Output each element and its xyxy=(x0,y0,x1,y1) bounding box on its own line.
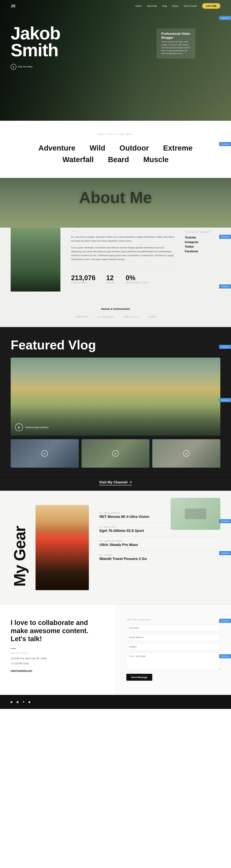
get-in-touch-label: GET IN TOUCH xyxy=(11,652,105,654)
stat-engagement: 0% ENGAGEMENT RATE xyxy=(126,274,149,284)
nav-link-contact[interactable]: Get In Touch xyxy=(184,5,197,7)
nav-links: Home About Me Vlog Gears Get In Touch Le… xyxy=(136,3,220,9)
follow-label: FOLLOW MY JOURNEY xyxy=(185,231,220,233)
contact-message-input[interactable] xyxy=(126,652,221,670)
stats-row: 213,076 SUBSCRIBERS 12 VIDEOS 0% ENGAGEM… xyxy=(71,269,174,284)
customize-button-gear-2[interactable]: Customize xyxy=(219,551,231,555)
send-message-button[interactable]: Send Message xyxy=(126,674,152,681)
about-title: About Me xyxy=(0,178,231,214)
footer-icon-facebook[interactable]: ◆ xyxy=(28,700,30,704)
thumb-play-icon-2 xyxy=(112,450,119,457)
nav-cta-button[interactable]: Let's Talk xyxy=(202,3,220,9)
visit-channel-section: Visit My Channel ↗ xyxy=(0,475,231,491)
nav-logo: JS xyxy=(11,4,16,8)
contact-name-input[interactable] xyxy=(126,624,221,631)
vlog-thumb-2[interactable] xyxy=(82,439,150,468)
gear-title: My Gear xyxy=(11,526,29,587)
play-circle-icon xyxy=(11,64,16,70)
customize-button-gear-1[interactable]: Customize xyxy=(219,519,231,523)
find-tag-wild: Wild xyxy=(82,143,112,154)
find-tag-extreme: Extreme xyxy=(156,143,200,154)
gear-item-2: 03. CAMERA GIMBAL Ultric Steady Pro Maxx xyxy=(99,536,220,551)
gear-item-3-num: 04. TRIPOD xyxy=(99,554,220,556)
hero-title: Jakob Smith xyxy=(11,25,220,59)
awards-title: Awards & Achievements xyxy=(11,308,220,310)
customize-button-contact-2[interactable]: Customize xyxy=(219,654,231,658)
about-person-image xyxy=(11,227,60,291)
about-content: Eu, cras elit ut volutpat, sed dolor nul… xyxy=(0,227,231,302)
vlog-thumb-1[interactable] xyxy=(11,439,79,468)
gear-drone-image xyxy=(171,498,220,530)
thumb-play-icon-3 xyxy=(183,450,190,457)
find-section: WHAT YOU'LL FIND HERE Adventure Wild Out… xyxy=(0,121,231,178)
nav-link-gears[interactable]: Gears xyxy=(172,5,178,7)
footer-icon-twitter[interactable]: ✦ xyxy=(22,700,25,704)
contact-address: 123 Fifth Ave, New York, NY 12004. xyxy=(11,656,105,660)
social-link-twitter[interactable]: Twitter xyxy=(185,245,220,248)
visit-channel-label: Visit My Channel xyxy=(99,480,127,484)
find-tag-beard: Beard xyxy=(101,154,136,165)
about-text-column: Eu, cras elit ut volutpat, sed dolor nul… xyxy=(71,227,174,291)
customize-button-vlog-2[interactable]: Customize xyxy=(219,398,231,402)
about-social-column: FOLLOW MY JOURNEY Youtube Instagram Twit… xyxy=(185,227,220,291)
find-section-label: WHAT YOU'LL FIND HERE xyxy=(11,133,220,135)
contact-headline: I love to collaborate and make awesome c… xyxy=(11,619,105,643)
awards-section: Awards & Achievements LOGO FILM ●●● logo… xyxy=(0,302,231,327)
contact-subject-input[interactable] xyxy=(126,643,221,650)
about-desc-1: Eu, cras elit ut volutpat, sed dolor nul… xyxy=(71,235,174,243)
hero-title-line2: Smith xyxy=(11,40,58,60)
nav-link-about[interactable]: About Me xyxy=(147,5,157,7)
vlog-thumb-3[interactable] xyxy=(152,439,220,468)
about-section: About Me Eu, cras elit ut volutpat, sed … xyxy=(0,178,231,327)
main-nav: JS Home About Me Vlog Gears Get In Touch… xyxy=(0,0,231,12)
vlog-title: Featured Vlog xyxy=(11,338,220,352)
footer: ▶ ◉ ✦ ◆ xyxy=(0,695,231,709)
customize-button-about-1[interactable]: Customize xyxy=(219,235,231,239)
social-link-instagram[interactable]: Instagram xyxy=(185,241,220,244)
nav-link-vlog[interactable]: Vlog xyxy=(162,5,167,7)
gear-section: 01. MAIN CAMERA RET Monsta 8K II Ultra V… xyxy=(0,491,231,604)
contact-left-col: I love to collaborate and make awesome c… xyxy=(0,604,115,695)
find-tags-row2: Waterfall Beard Muscle xyxy=(11,154,220,165)
thumb-play-icon-1 xyxy=(41,450,48,457)
stat-videos-label: VIDEOS xyxy=(106,282,115,284)
vlog-main-label: Viverra turpis pretium xyxy=(25,426,49,429)
stat-subscribers: 213,076 SUBSCRIBERS xyxy=(71,274,95,284)
nav-link-home[interactable]: Home xyxy=(136,5,142,7)
customize-button-contact-1[interactable]: Customize xyxy=(219,619,231,623)
play-video-label: Play The Video xyxy=(18,65,32,68)
about-divider xyxy=(71,231,78,231)
find-tags-container: Adventure Wild Outdoor Extreme xyxy=(11,143,220,154)
contact-email[interactable]: mail@example.com xyxy=(11,669,105,672)
social-link-facebook[interactable]: Facebook xyxy=(185,250,220,253)
gear-item-3-name: Blandit Travel Posuere 2 Go xyxy=(99,557,220,561)
contact-right-col: SEND ME A MESSAGE Send Message xyxy=(115,604,231,695)
stat-engagement-label: ENGAGEMENT RATE xyxy=(126,282,149,284)
gear-item-2-name: Ultric Steady Pro Maxx xyxy=(99,543,220,547)
vlog-main-video[interactable]: Viverra turpis pretium xyxy=(11,358,220,436)
hero-section: JS Home About Me Vlog Gears Get In Touch… xyxy=(0,0,231,121)
gear-item-2-num: 03. CAMERA GIMBAL xyxy=(99,540,220,542)
social-link-youtube[interactable]: Youtube xyxy=(185,236,220,239)
contact-form: Send Message xyxy=(126,624,221,681)
vlog-play-circle-icon xyxy=(15,424,23,431)
find-tag-outdoor: Outdoor xyxy=(112,143,156,154)
visit-channel-button[interactable]: Visit My Channel ↗ xyxy=(99,480,132,486)
gear-item-3: 04. TRIPOD Blandit Travel Posuere 2 Go xyxy=(99,551,220,564)
customize-button-find[interactable]: Customize xyxy=(219,142,231,146)
vlog-thumbnails xyxy=(11,439,220,475)
vlog-play-button[interactable]: Viverra turpis pretium xyxy=(15,424,49,431)
customize-button-about-2[interactable]: Customize xyxy=(219,284,231,288)
footer-icon-youtube[interactable]: ▶ xyxy=(11,700,13,704)
about-desc-2: As ac quam venenatis, id tincidunt sed r… xyxy=(71,246,174,261)
contact-section: I love to collaborate and make awesome c… xyxy=(0,604,231,695)
send-message-label: SEND ME A MESSAGE xyxy=(126,619,221,621)
award-logo-2: ●●● logoiplum xyxy=(97,316,114,318)
customize-button-hero[interactable]: Customize xyxy=(219,16,231,20)
play-video-button[interactable]: Play The Video xyxy=(11,64,220,70)
award-logo-1: LOGO FILM xyxy=(75,316,88,318)
awards-logos-row: LOGO FILM ●●● logoiplum LOGO ●●●●●● GOGO xyxy=(11,316,220,318)
customize-button-vlog-1[interactable]: Customize xyxy=(219,345,231,349)
footer-icon-instagram[interactable]: ◉ xyxy=(16,700,19,704)
contact-email-input[interactable] xyxy=(126,633,221,641)
